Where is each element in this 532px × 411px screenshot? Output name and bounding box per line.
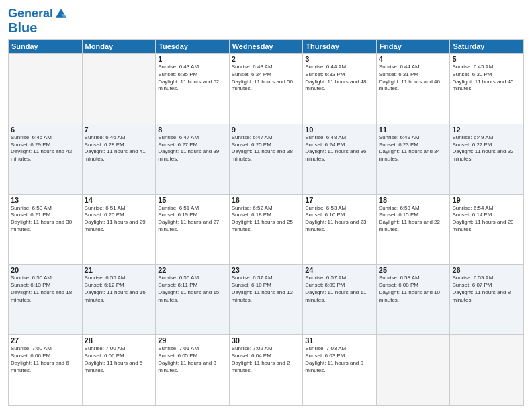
day-number: 6 (11, 126, 80, 134)
day-info: Sunrise: 6:47 AM Sunset: 6:25 PM Dayligh… (232, 134, 301, 163)
calendar-cell: 21Sunrise: 6:55 AM Sunset: 6:12 PM Dayli… (82, 265, 156, 335)
calendar-cell: 3Sunrise: 6:44 AM Sunset: 6:33 PM Daylig… (303, 54, 377, 124)
day-number: 12 (452, 126, 521, 134)
day-info: Sunrise: 6:44 AM Sunset: 6:33 PM Dayligh… (305, 64, 374, 93)
calendar-cell: 1Sunrise: 6:43 AM Sunset: 6:35 PM Daylig… (156, 54, 230, 124)
calendar-cell: 8Sunrise: 6:47 AM Sunset: 6:27 PM Daylig… (156, 124, 230, 194)
weekday-header-saturday: Saturday (450, 40, 524, 54)
day-number: 25 (379, 266, 448, 274)
day-number: 19 (452, 196, 521, 204)
calendar-cell: 13Sunrise: 6:50 AM Sunset: 6:21 PM Dayli… (9, 194, 83, 265)
day-info: Sunrise: 6:51 AM Sunset: 6:19 PM Dayligh… (158, 205, 227, 234)
day-number: 9 (232, 126, 301, 134)
calendar-cell: 27Sunrise: 7:00 AM Sunset: 6:06 PM Dayli… (9, 335, 83, 406)
day-info: Sunrise: 7:03 AM Sunset: 6:03 PM Dayligh… (305, 345, 374, 374)
week-row-4: 27Sunrise: 7:00 AM Sunset: 6:06 PM Dayli… (9, 335, 524, 406)
day-number: 22 (158, 266, 227, 274)
calendar-cell: 11Sunrise: 6:49 AM Sunset: 6:23 PM Dayli… (376, 124, 450, 194)
week-row-1: 6Sunrise: 6:46 AM Sunset: 6:29 PM Daylig… (9, 124, 524, 194)
day-info: Sunrise: 6:45 AM Sunset: 6:30 PM Dayligh… (452, 64, 521, 93)
day-info: Sunrise: 7:00 AM Sunset: 6:06 PM Dayligh… (11, 345, 80, 374)
day-info: Sunrise: 6:49 AM Sunset: 6:22 PM Dayligh… (452, 134, 521, 163)
day-number: 15 (158, 196, 227, 204)
day-info: Sunrise: 6:44 AM Sunset: 6:31 PM Dayligh… (379, 64, 448, 93)
calendar-cell: 19Sunrise: 6:54 AM Sunset: 6:14 PM Dayli… (450, 194, 524, 265)
calendar-cell (82, 54, 156, 124)
calendar-cell: 31Sunrise: 7:03 AM Sunset: 6:03 PM Dayli… (303, 335, 377, 406)
day-info: Sunrise: 7:00 AM Sunset: 6:06 PM Dayligh… (85, 345, 154, 374)
day-number: 13 (11, 196, 80, 204)
day-number: 24 (305, 266, 374, 274)
calendar-cell: 4Sunrise: 6:44 AM Sunset: 6:31 PM Daylig… (376, 54, 450, 124)
calendar-cell: 5Sunrise: 6:45 AM Sunset: 6:30 PM Daylig… (450, 54, 524, 124)
day-number: 10 (305, 126, 374, 134)
day-number: 20 (11, 266, 80, 274)
weekday-header-friday: Friday (376, 40, 450, 54)
day-number: 30 (232, 336, 301, 345)
day-info: Sunrise: 6:46 AM Sunset: 6:28 PM Dayligh… (85, 134, 154, 163)
weekday-header-wednesday: Wednesday (229, 40, 303, 54)
week-row-3: 20Sunrise: 6:55 AM Sunset: 6:13 PM Dayli… (9, 265, 524, 335)
week-row-2: 13Sunrise: 6:50 AM Sunset: 6:21 PM Dayli… (9, 194, 524, 265)
weekday-header-thursday: Thursday (303, 40, 377, 54)
day-info: Sunrise: 6:50 AM Sunset: 6:21 PM Dayligh… (11, 205, 80, 234)
calendar-cell: 9Sunrise: 6:47 AM Sunset: 6:25 PM Daylig… (229, 124, 303, 194)
day-info: Sunrise: 7:01 AM Sunset: 6:05 PM Dayligh… (158, 345, 227, 374)
day-number: 5 (452, 55, 521, 63)
calendar-cell: 15Sunrise: 6:51 AM Sunset: 6:19 PM Dayli… (156, 194, 230, 265)
day-info: Sunrise: 6:43 AM Sunset: 6:35 PM Dayligh… (158, 64, 227, 93)
day-info: Sunrise: 6:54 AM Sunset: 6:14 PM Dayligh… (452, 205, 521, 234)
day-number: 14 (85, 196, 154, 204)
calendar-cell: 24Sunrise: 6:57 AM Sunset: 6:09 PM Dayli… (303, 265, 377, 335)
day-number: 4 (379, 55, 448, 63)
calendar-cell: 14Sunrise: 6:51 AM Sunset: 6:20 PM Dayli… (82, 194, 156, 265)
logo-text-blue: Blue (8, 20, 37, 35)
day-info: Sunrise: 6:49 AM Sunset: 6:23 PM Dayligh… (379, 134, 448, 163)
day-info: Sunrise: 6:46 AM Sunset: 6:29 PM Dayligh… (11, 134, 80, 163)
day-info: Sunrise: 6:43 AM Sunset: 6:34 PM Dayligh… (232, 64, 301, 93)
calendar-cell: 22Sunrise: 6:56 AM Sunset: 6:11 PM Dayli… (156, 265, 230, 335)
calendar-cell: 6Sunrise: 6:46 AM Sunset: 6:29 PM Daylig… (9, 124, 83, 194)
day-number: 1 (158, 55, 227, 63)
day-info: Sunrise: 6:55 AM Sunset: 6:13 PM Dayligh… (11, 275, 80, 304)
calendar-cell: 25Sunrise: 6:58 AM Sunset: 6:08 PM Dayli… (376, 265, 450, 335)
weekday-header-sunday: Sunday (9, 40, 83, 54)
day-number: 7 (85, 126, 154, 134)
day-info: Sunrise: 6:55 AM Sunset: 6:12 PM Dayligh… (85, 275, 154, 304)
day-info: Sunrise: 6:47 AM Sunset: 6:27 PM Dayligh… (158, 134, 227, 163)
day-number: 17 (305, 196, 374, 204)
logo-text-general: General (8, 7, 53, 21)
calendar-cell (450, 335, 524, 406)
calendar-cell: 17Sunrise: 6:53 AM Sunset: 6:16 PM Dayli… (303, 194, 377, 265)
calendar-cell (9, 54, 83, 124)
day-info: Sunrise: 6:56 AM Sunset: 6:11 PM Dayligh… (158, 275, 227, 304)
day-info: Sunrise: 6:53 AM Sunset: 6:15 PM Dayligh… (379, 205, 448, 234)
day-info: Sunrise: 6:48 AM Sunset: 6:24 PM Dayligh… (305, 134, 374, 163)
day-info: Sunrise: 6:57 AM Sunset: 6:10 PM Dayligh… (232, 275, 301, 304)
calendar-cell: 7Sunrise: 6:46 AM Sunset: 6:28 PM Daylig… (82, 124, 156, 194)
day-number: 16 (232, 196, 301, 204)
weekday-header-monday: Monday (82, 40, 156, 54)
calendar-cell: 28Sunrise: 7:00 AM Sunset: 6:06 PM Dayli… (82, 335, 156, 406)
day-number: 23 (232, 266, 301, 274)
day-number: 2 (232, 55, 301, 63)
day-info: Sunrise: 6:52 AM Sunset: 6:18 PM Dayligh… (232, 205, 301, 234)
calendar-table: SundayMondayTuesdayWednesdayThursdayFrid… (8, 39, 524, 406)
calendar-cell: 16Sunrise: 6:52 AM Sunset: 6:18 PM Dayli… (229, 194, 303, 265)
day-number: 11 (379, 126, 448, 134)
calendar-cell (376, 335, 450, 406)
day-number: 31 (305, 336, 374, 345)
day-info: Sunrise: 7:02 AM Sunset: 6:04 PM Dayligh… (232, 345, 301, 374)
calendar-cell: 26Sunrise: 6:59 AM Sunset: 6:07 PM Dayli… (450, 265, 524, 335)
weekday-header-tuesday: Tuesday (156, 40, 230, 54)
logo: General Blue (8, 7, 68, 35)
weekday-header-row: SundayMondayTuesdayWednesdayThursdayFrid… (9, 40, 524, 54)
logo-icon (54, 7, 68, 20)
day-info: Sunrise: 6:59 AM Sunset: 6:07 PM Dayligh… (452, 275, 521, 304)
day-number: 27 (11, 336, 80, 345)
header: General Blue (8, 7, 524, 35)
day-number: 28 (85, 336, 154, 345)
day-info: Sunrise: 6:58 AM Sunset: 6:08 PM Dayligh… (379, 275, 448, 304)
calendar-cell: 12Sunrise: 6:49 AM Sunset: 6:22 PM Dayli… (450, 124, 524, 194)
day-info: Sunrise: 6:57 AM Sunset: 6:09 PM Dayligh… (305, 275, 374, 304)
